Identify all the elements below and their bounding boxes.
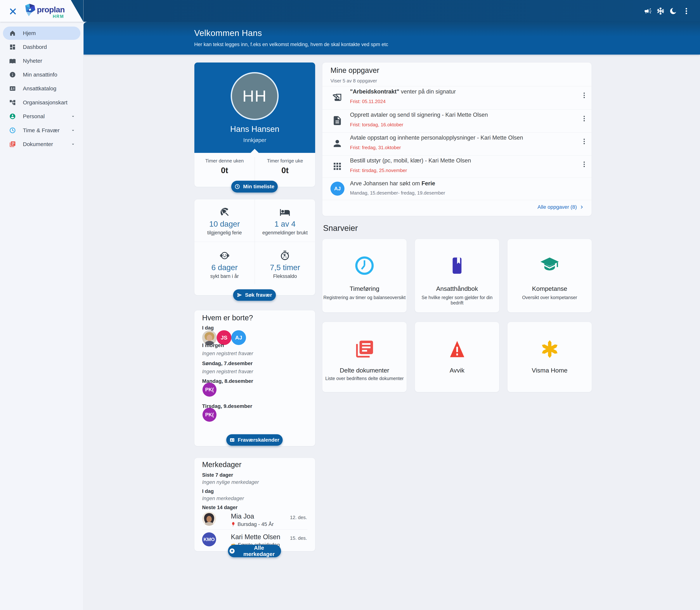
avatar[interactable]: AJ bbox=[231, 330, 246, 345]
day-label: I morgen bbox=[202, 342, 224, 348]
close-icon[interactable] bbox=[9, 7, 17, 16]
card-title: Mine oppgaver bbox=[331, 66, 379, 75]
shortcut-avvik[interactable]: Avvik bbox=[415, 322, 499, 392]
graduation-cap-icon bbox=[539, 255, 560, 276]
day-note: Ingen registrert fravær bbox=[202, 369, 253, 374]
stat-label: Flekssaldo bbox=[255, 273, 315, 279]
all-tasks-link[interactable]: Alle oppgaver (8) bbox=[538, 204, 584, 210]
shortcut-timeforing[interactable]: Timeføring Registrering av timer og bala… bbox=[322, 239, 407, 312]
shortcut-subtitle: Se hvilke regler som gjelder for din bed… bbox=[415, 295, 499, 306]
documents-icon bbox=[9, 141, 16, 147]
shortcut-visma-home[interactable]: Visma Home bbox=[507, 322, 592, 392]
sidebar-item-dashbord[interactable]: Dashbord bbox=[3, 41, 80, 54]
all-milestones-button[interactable]: Alle merkedager bbox=[228, 545, 281, 557]
task-title-bold: Ferie bbox=[421, 180, 435, 187]
brand-name: proplan bbox=[37, 5, 65, 14]
shortcut-delte-dokumenter[interactable]: Delte dokumenter Liste over bedriftens d… bbox=[322, 322, 407, 392]
shortcuts-heading: Snarveier bbox=[323, 224, 358, 233]
brand-sub: HRM bbox=[53, 14, 64, 19]
avatar[interactable]: KMO bbox=[202, 532, 216, 546]
proplan-hrm-home: Velkommen Hans Her kan tekst legges inn,… bbox=[0, 0, 700, 610]
stat-value: 1 av 4 bbox=[255, 220, 315, 228]
badge-icon bbox=[9, 85, 16, 92]
kebab-menu-icon[interactable] bbox=[682, 7, 690, 15]
day-label: Søndag, 7.desember bbox=[202, 360, 253, 366]
profile-role: Innkjøper bbox=[194, 137, 315, 143]
page-title: Velkommen Hans bbox=[194, 28, 262, 38]
divider bbox=[322, 155, 592, 156]
dark-mode-icon[interactable] bbox=[669, 7, 677, 15]
sidebar: proplan HRM Hjem Dashbord Nyheter Min an… bbox=[0, 0, 83, 610]
sidebar-item-hjem[interactable]: Hjem bbox=[3, 27, 80, 40]
task-title-text: Avtale oppstart og innhente personaloppl… bbox=[350, 134, 523, 141]
sidebar-item-label: Time & Fravær bbox=[23, 127, 60, 133]
chevron-down-icon bbox=[70, 114, 76, 119]
button-label: Søk fravær bbox=[245, 292, 272, 298]
hours-this-week-value: 0t bbox=[194, 166, 255, 175]
sidebar-item-label: Personal bbox=[23, 113, 45, 119]
day-note: Ingen registrert fravær bbox=[202, 351, 253, 356]
sidebar-item-label: Ansattkatalog bbox=[23, 85, 57, 92]
info-icon bbox=[9, 71, 16, 78]
news-icon bbox=[9, 58, 16, 64]
divider bbox=[322, 86, 592, 86]
sidebar-item-organisasjonskart[interactable]: Organisasjonskart bbox=[3, 96, 80, 109]
kebab-menu-icon[interactable] bbox=[580, 138, 588, 145]
notch bbox=[251, 149, 259, 153]
sidebar-item-nyheter[interactable]: Nyheter bbox=[3, 54, 80, 67]
profile-name: Hans Hansen bbox=[194, 125, 315, 134]
clock-icon bbox=[9, 127, 16, 134]
stat-value: 7,5 timer bbox=[255, 263, 315, 272]
task-deadline: Frist: tirsdag, 25.november bbox=[350, 167, 407, 173]
stat-label: tilgjengelig ferie bbox=[194, 230, 255, 236]
chevron-down-icon bbox=[70, 128, 76, 133]
task-deadline: Frist: fredag, 31.oktober bbox=[350, 145, 401, 150]
hours-last-week-label: Timer forrige uke bbox=[255, 158, 315, 164]
sidebar-item-label: Dokumenter bbox=[23, 141, 53, 147]
sidebar-item-personal[interactable]: Personal bbox=[3, 110, 80, 123]
avatar[interactable]: PK( bbox=[203, 383, 217, 397]
section-note: Ingen nylige merkedager bbox=[202, 479, 259, 485]
entry-event: Bursdag - 45 År bbox=[231, 521, 274, 527]
section-label: Neste 14 dager bbox=[202, 505, 238, 510]
sidebar-item-ansattkatalog[interactable]: Ansattkatalog bbox=[3, 82, 80, 95]
shortcut-kompetanse[interactable]: Kompetanse Oversikt over kompetanser bbox=[507, 239, 592, 312]
campaign-icon[interactable] bbox=[644, 7, 652, 15]
sidebar-item-label: Min ansattinfo bbox=[23, 71, 57, 78]
task-title-text: venter på din signatur bbox=[399, 88, 456, 95]
button-label: Fraværskalender bbox=[238, 437, 280, 443]
shortcut-title: Kompetanse bbox=[508, 285, 592, 292]
apply-absence-button[interactable]: Søk fravær bbox=[233, 289, 276, 301]
entry-name: Kari Mette Olsen bbox=[231, 533, 280, 541]
shortcut-title: Avvik bbox=[415, 367, 499, 374]
shortcut-subtitle: Liste over bedriftens delte dokumenter bbox=[322, 376, 407, 381]
sidebar-item-min-ansattinfo[interactable]: Min ansattinfo bbox=[3, 68, 80, 81]
snowflake-icon[interactable] bbox=[656, 7, 665, 15]
kebab-menu-icon[interactable] bbox=[580, 92, 588, 99]
page-subtitle: Her kan tekst legges inn, f.eks en velko… bbox=[194, 42, 388, 47]
divider bbox=[194, 242, 315, 242]
kebab-menu-icon[interactable] bbox=[580, 115, 588, 122]
profile-card: HH Hans Hansen Innkjøper Timer denne uke… bbox=[194, 62, 315, 187]
avatar-photo[interactable] bbox=[202, 512, 216, 526]
task-title-text: Bestill utstyr (pc, mobil, klær) - Kari … bbox=[350, 157, 471, 164]
kebab-menu-icon[interactable] bbox=[580, 161, 588, 168]
chevron-down-icon bbox=[70, 142, 76, 147]
profile-card-blue: HH Hans Hansen Innkjøper bbox=[194, 63, 315, 153]
shortcut-title: Timeføring bbox=[322, 285, 407, 292]
person-icon bbox=[332, 138, 343, 149]
stat-value: 10 dager bbox=[194, 220, 255, 228]
sidebar-item-time-fravaer[interactable]: Time & Fravær bbox=[3, 124, 80, 137]
avatar[interactable]: PK( bbox=[203, 408, 217, 422]
logo-panel: proplan HRM bbox=[0, 0, 83, 22]
hours-last-week-value: 0t bbox=[255, 166, 315, 175]
section-label: Siste 7 dager bbox=[202, 472, 233, 478]
section-note: Ingen merkedager bbox=[202, 496, 244, 501]
shortcut-ansatthandbok[interactable]: Ansatthåndbok Se hvilke regler som gjeld… bbox=[415, 239, 499, 312]
shortcut-title: Delte dokumenter bbox=[322, 367, 407, 374]
my-timesheet-button[interactable]: Min timeliste bbox=[231, 181, 278, 193]
sidebar-item-dokumenter[interactable]: Dokumenter bbox=[3, 138, 80, 151]
task-deadline: Frist: 05.11.2024 bbox=[350, 99, 386, 105]
absence-calendar-button[interactable]: Fraværskalender bbox=[226, 434, 283, 446]
entry-event-text: Bursdag - 45 År bbox=[238, 521, 274, 527]
